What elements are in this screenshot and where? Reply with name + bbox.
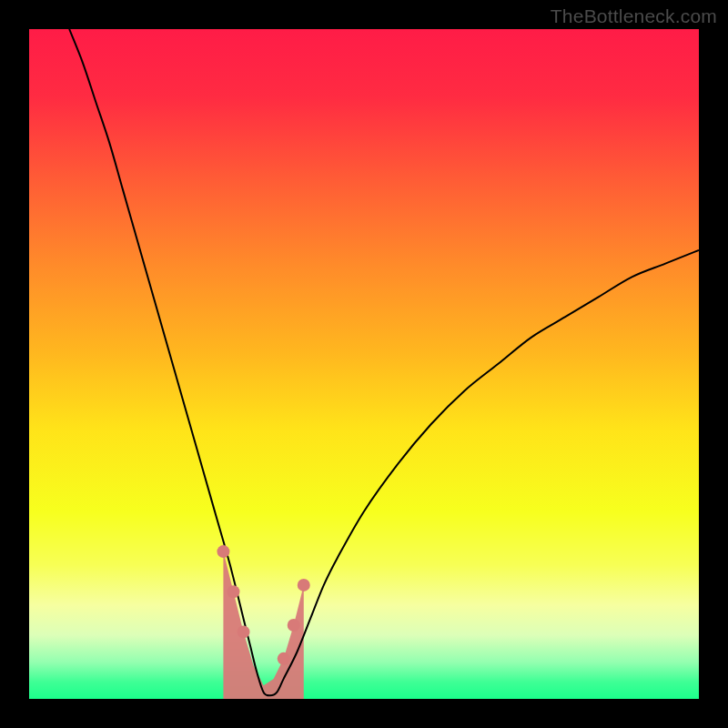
bottleneck-curve xyxy=(69,29,699,695)
svg-point-1 xyxy=(217,545,229,558)
watermark-text: TheBottleneck.com xyxy=(551,5,717,27)
curve-layer xyxy=(29,29,699,699)
plot-area xyxy=(29,29,699,699)
svg-point-3 xyxy=(238,625,250,638)
svg-point-2 xyxy=(227,585,239,598)
svg-point-5 xyxy=(288,619,300,632)
svg-point-6 xyxy=(298,579,310,592)
svg-point-4 xyxy=(278,652,290,665)
chart-frame: TheBottleneck.com xyxy=(0,0,728,728)
